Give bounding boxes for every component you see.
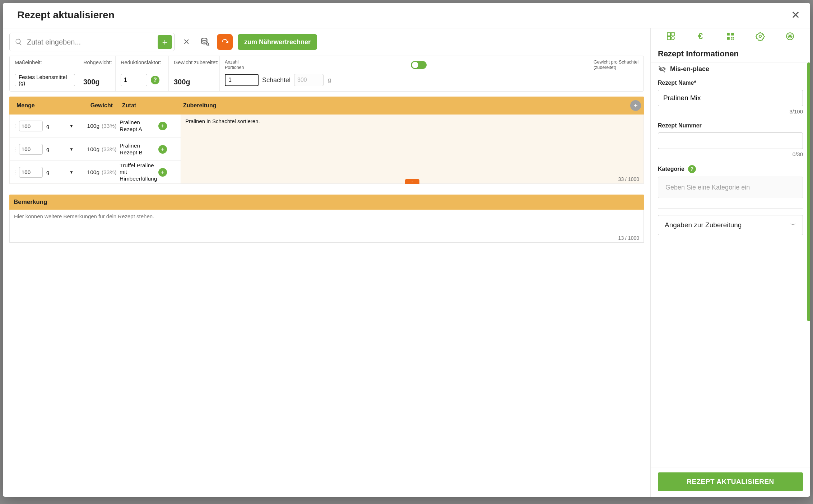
- ingredient-row: ⋮⋮ g ▼ 100g (33%) Trüffel Praline mit Hi…: [10, 160, 181, 183]
- ingredients-header: Menge Gewicht Zutat Zubereitung +: [9, 97, 644, 115]
- notes-header: Bemerkung: [9, 195, 644, 210]
- col-zutat: Zutat: [120, 102, 180, 109]
- help-icon[interactable]: ?: [151, 76, 159, 84]
- svg-rect-4: [667, 37, 670, 40]
- close-button[interactable]: ✕: [791, 10, 800, 20]
- calculator-icon[interactable]: [666, 32, 675, 41]
- x-icon: ✕: [183, 37, 190, 47]
- unit-select[interactable]: Festes Lebensmittel (g): [15, 74, 75, 86]
- ingredient-name: Trüffel Praline mit Himbeerfüllung: [120, 162, 158, 182]
- save-recipe-button[interactable]: REZEPT AKTUALISIEREN: [658, 472, 803, 491]
- recipe-modal: Rezept aktualisieren ✕ + ✕: [3, 3, 810, 497]
- rawweight-label: Rohgewicht:: [83, 60, 110, 65]
- svg-point-5: [671, 37, 674, 40]
- minus-icon: -: [412, 179, 413, 185]
- close-icon: ✕: [791, 9, 800, 21]
- portions-input[interactable]: [225, 74, 259, 86]
- qr-icon[interactable]: [726, 32, 735, 41]
- amount-unit: g: [46, 146, 51, 152]
- row-add-button[interactable]: +: [158, 145, 167, 154]
- row-percent: (33%): [102, 169, 117, 176]
- allergen-icon[interactable]: [785, 32, 795, 41]
- cookedweight-value: 300g: [174, 78, 214, 86]
- col-gewicht: Gewicht: [73, 102, 120, 109]
- row-add-button[interactable]: +: [158, 122, 167, 130]
- rawweight-value: 300g: [83, 78, 110, 86]
- divider: [658, 208, 803, 209]
- euro-icon[interactable]: €: [696, 32, 705, 41]
- dropdown-label: Angaben zur Zubereitung: [665, 221, 742, 229]
- plus-icon: +: [161, 122, 164, 130]
- amount-input[interactable]: [19, 144, 43, 155]
- drag-handle-icon[interactable]: ⋮⋮: [13, 146, 18, 152]
- col-zubereitung: Zubereitung: [180, 102, 644, 109]
- svg-rect-3: [671, 33, 674, 36]
- svg-rect-12: [731, 38, 732, 39]
- ingredient-search-input[interactable]: [23, 38, 158, 46]
- collapse-tab[interactable]: -: [405, 179, 419, 184]
- row-weight: 100g: [79, 123, 99, 129]
- clear-button[interactable]: ✕: [180, 35, 193, 49]
- right-pane: € Rezept Informationen Mis-en-place Reze…: [650, 28, 810, 497]
- svg-rect-11: [733, 37, 734, 38]
- category-input[interactable]: Geben Sie eine Kategorie ein: [658, 177, 803, 198]
- ingredient-row: ⋮⋮ g ▼ 100g (33%) Pralinen Rezept B +: [10, 137, 181, 160]
- ingredient-name: Pralinen Rezept B: [120, 143, 158, 156]
- svg-rect-9: [731, 37, 732, 38]
- database-search-button[interactable]: [198, 35, 212, 49]
- visibility-off-icon: [658, 65, 666, 73]
- caret-down-icon[interactable]: ▼: [69, 147, 74, 152]
- plus-icon: +: [161, 169, 164, 176]
- preparation-box[interactable]: Pralinen in Schachtel sortieren. 33 / 10…: [181, 115, 644, 183]
- amount-input[interactable]: [19, 121, 43, 131]
- modal-title: Rezept aktualisieren: [17, 9, 115, 21]
- weight-per-unit: g: [328, 76, 331, 84]
- right-section-title: Rezept Informationen: [651, 44, 810, 62]
- portions-toggle[interactable]: [411, 61, 427, 69]
- portions-label: Anzahl Portionen: [225, 60, 244, 70]
- badge-icon[interactable]: [756, 32, 765, 41]
- drag-handle-icon[interactable]: ⋮⋮: [13, 123, 18, 129]
- svg-point-13: [759, 35, 762, 37]
- add-step-button[interactable]: +: [630, 100, 641, 111]
- notes-text: Hier können weitere Bemerkungen für dein…: [14, 213, 639, 235]
- category-label: Kategorie: [658, 166, 684, 172]
- weight-per-label: Gewicht pro Schachtel (zubereitet): [594, 60, 638, 70]
- row-weight: 100g: [79, 146, 99, 153]
- right-scroll[interactable]: Mis-en-place Rezept Name* 3/100 Rezept N…: [651, 62, 810, 467]
- recipe-number-input[interactable]: [658, 132, 803, 149]
- database-icon: [200, 37, 210, 47]
- nutrition-calculator-button[interactable]: zum Nährwertrechner: [238, 34, 317, 50]
- ingredient-search[interactable]: +: [9, 33, 175, 51]
- recipe-number-label: Rezept Nummer: [658, 122, 803, 129]
- ingredients-body: ⋮⋮ g ▼ 100g (33%) Pralinen Rezept A + ⋮⋮…: [9, 115, 644, 184]
- svg-rect-10: [733, 38, 734, 39]
- search-icon: [15, 38, 23, 46]
- ingredient-name: Pralinen Rezept A: [120, 119, 158, 132]
- col-menge: Menge: [9, 102, 73, 109]
- mis-en-place-toggle[interactable]: Mis-en-place: [658, 65, 803, 73]
- notes-box[interactable]: Hier können weitere Bemerkungen für dein…: [9, 210, 644, 243]
- plus-icon: +: [161, 146, 164, 153]
- row-percent: (33%): [102, 123, 117, 129]
- add-ingredient-button[interactable]: +: [158, 35, 172, 49]
- recipe-name-counter: 3/100: [658, 108, 803, 115]
- svg-rect-6: [727, 33, 730, 36]
- scrollbar[interactable]: [807, 62, 810, 321]
- row-add-button[interactable]: +: [158, 168, 167, 177]
- refresh-button[interactable]: [217, 34, 233, 50]
- reduction-input[interactable]: [121, 74, 147, 86]
- unit-label: Maßeinheit:: [15, 60, 73, 65]
- ingredient-row: ⋮⋮ g ▼ 100g (33%) Pralinen Rezept A +: [10, 115, 181, 137]
- recipe-properties: Maßeinheit: Festes Lebensmittel (g) Rohg…: [9, 56, 644, 92]
- caret-down-icon[interactable]: ▼: [69, 123, 74, 129]
- right-tabs: €: [651, 28, 810, 44]
- amount-input[interactable]: [19, 167, 43, 178]
- svg-point-0: [201, 38, 207, 41]
- help-icon[interactable]: ?: [688, 165, 696, 173]
- drag-handle-icon[interactable]: ⋮⋮: [13, 169, 18, 175]
- recipe-name-input[interactable]: [658, 90, 803, 106]
- reduction-label: Reduktionsfaktor:: [121, 60, 163, 65]
- preparation-details-dropdown[interactable]: Angaben zur Zubereitung ﹀: [658, 215, 803, 235]
- caret-down-icon[interactable]: ▼: [69, 170, 74, 175]
